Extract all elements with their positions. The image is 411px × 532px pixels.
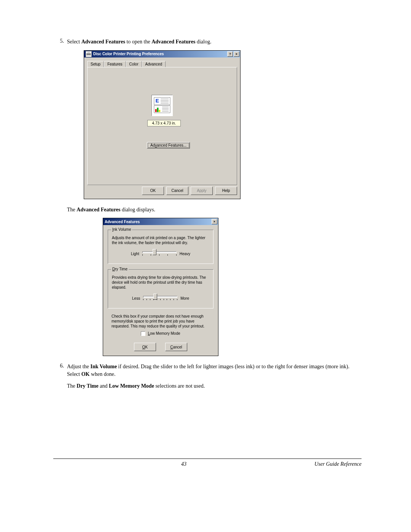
dry-more-label: More	[180, 296, 189, 300]
dialog2-title: Advanced Features	[105, 220, 212, 224]
step-6-number: 6.	[53, 363, 67, 378]
low-memory-desc: Check this box if your computer does not…	[112, 314, 210, 329]
help-dialog-button[interactable]: Help	[215, 187, 237, 195]
page-number: 43	[181, 461, 186, 467]
tab-color[interactable]: Color	[126, 61, 142, 67]
close-button[interactable]: ×	[212, 219, 217, 224]
page-size-label: 4.73 x 4.73 in.	[147, 120, 181, 126]
tab-advanced[interactable]: Advanced	[142, 61, 166, 67]
step-6: 6. Adjust the Ink Volume if desired. Dra…	[53, 363, 362, 378]
svg-rect-11	[157, 107, 159, 112]
ok-button[interactable]: OK	[134, 343, 156, 351]
ink-volume-desc: Adjusts the amount of ink printed on a p…	[112, 235, 209, 245]
ok-button[interactable]: OK	[142, 187, 164, 195]
ink-light-label: Light	[131, 252, 139, 256]
not-used-text: The Dry Time and Low Memory Mode selecti…	[67, 382, 362, 390]
dry-time-group: Dry Time Provides extra drying time for …	[108, 269, 213, 308]
cancel-button[interactable]: Cancel	[165, 343, 187, 351]
svg-rect-0	[86, 53, 91, 55]
close-button[interactable]: ×	[234, 51, 239, 57]
dry-time-desc: Provides extra drying time for slow-dryi…	[112, 275, 209, 290]
ink-volume-slider[interactable]	[142, 250, 177, 257]
apply-button[interactable]: Apply	[191, 187, 213, 195]
footer-rule	[53, 459, 362, 459]
svg-rect-1	[88, 52, 90, 53]
svg-rect-10	[155, 109, 157, 112]
dialog-displays-text: The Advanced Features dialog displays.	[67, 206, 362, 214]
help-button[interactable]: ?	[227, 51, 233, 57]
tab-features[interactable]: Features	[104, 61, 126, 67]
tab-strip: Setup Features Color Advanced	[87, 61, 237, 67]
low-memory-checkbox[interactable]	[141, 331, 145, 336]
low-memory-label: Low Memory Mode	[148, 331, 180, 336]
step-5: 5. Select Advanced Features to open the …	[53, 38, 362, 46]
tab-setup[interactable]: Setup	[87, 61, 104, 67]
advanced-features-button[interactable]: Advanced Features...	[147, 142, 190, 149]
svg-text:E: E	[156, 98, 159, 104]
dry-less-label: Less	[132, 296, 140, 300]
ink-volume-legend: Ink Volume	[111, 227, 132, 232]
features-panel: E	[87, 67, 237, 185]
step-5-text: Select Advanced Features to open the Adv…	[67, 38, 362, 46]
low-memory-section: Check this box if your computer does not…	[108, 314, 213, 336]
step-5-number: 5.	[53, 38, 67, 46]
printing-preferences-dialog: Disc Color Printer Printing Preferences …	[84, 50, 241, 199]
dialog-titlebar: Disc Color Printer Printing Preferences …	[84, 51, 240, 58]
step-6-text: Adjust the Ink Volume if desired. Drag t…	[67, 363, 362, 378]
advanced-features-dialog: Advanced Features × Ink Volume Adjusts t…	[103, 218, 218, 356]
dry-time-slider[interactable]	[143, 294, 177, 302]
svg-rect-12	[159, 110, 160, 112]
dry-time-legend: Dry Time	[111, 267, 129, 271]
dialog-title: Disc Color Printer Printing Preferences	[93, 52, 227, 56]
printer-icon	[86, 51, 92, 57]
ink-volume-group: Ink Volume Adjusts the amount of ink pri…	[108, 230, 213, 264]
page-footer: 43 User Guide Reference	[53, 461, 362, 467]
svg-rect-2	[88, 55, 90, 56]
page-preview-icon: E	[151, 95, 173, 116]
ink-heavy-label: Heavy	[180, 252, 190, 256]
cancel-button[interactable]: Cancel	[166, 187, 188, 195]
dialog2-titlebar: Advanced Features ×	[103, 218, 218, 225]
footer-reference: User Guide Reference	[314, 461, 362, 467]
